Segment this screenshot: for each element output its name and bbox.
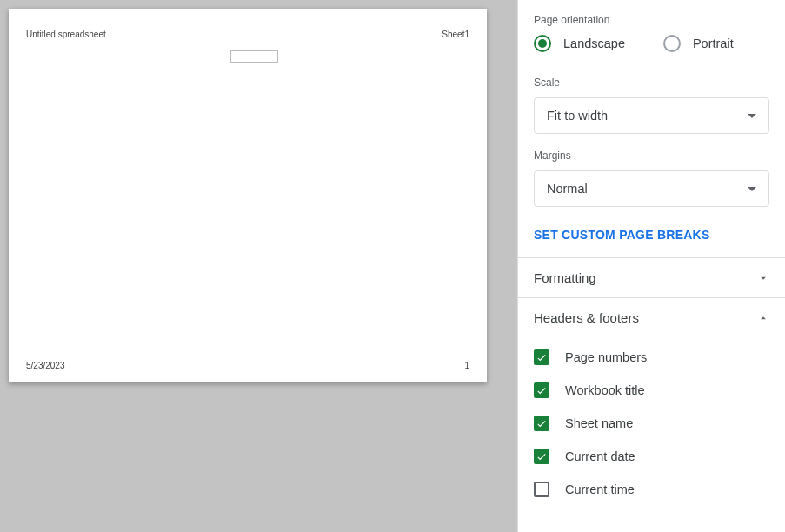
current-date-option[interactable]: Current date	[534, 440, 769, 473]
orientation-portrait-label: Portrait	[693, 37, 734, 50]
margins-label: Margins	[534, 150, 769, 162]
checkbox-icon	[534, 382, 549, 398]
headers-footers-label: Headers & footers	[534, 310, 639, 325]
page-preview: Untitled spreadsheet Sheet1 5/23/2023 1	[9, 9, 487, 382]
margins-select-value: Normal	[547, 182, 588, 196]
print-settings-panel: Page orientation Landscape Portrait Scal…	[517, 0, 785, 532]
footer-date-text: 5/23/2023	[26, 361, 65, 370]
print-preview-pane: Untitled spreadsheet Sheet1 5/23/2023 1	[0, 0, 517, 532]
scale-label: Scale	[534, 76, 769, 89]
checkbox-icon	[534, 416, 549, 431]
page-numbers-option[interactable]: Page numbers	[534, 341, 769, 374]
radio-icon	[534, 35, 551, 52]
headers-footers-options: Page numbers Workbook title Sheet name C…	[518, 337, 785, 515]
page-numbers-label: Page numbers	[565, 350, 647, 364]
formatting-label: Formatting	[534, 270, 596, 285]
set-custom-page-breaks-button[interactable]: SET CUSTOM PAGE BREAKS	[518, 216, 785, 257]
footer-page-number-text: 1	[464, 361, 469, 370]
scale-select-value: Fit to width	[547, 109, 608, 123]
orientation-radio-group: Landscape Portrait	[534, 35, 769, 52]
chevron-up-icon	[757, 312, 769, 324]
checkbox-icon	[534, 449, 549, 464]
sheet-name-text: Sheet1	[442, 30, 469, 39]
margins-select[interactable]: Normal	[534, 170, 769, 207]
workbook-title-text: Untitled spreadsheet	[26, 30, 106, 39]
headers-footers-accordion[interactable]: Headers & footers	[518, 298, 785, 337]
checkbox-icon	[534, 482, 549, 497]
page-header: Untitled spreadsheet Sheet1	[26, 30, 469, 39]
orientation-section: Page orientation Landscape Portrait	[518, 7, 785, 70]
current-date-label: Current date	[565, 449, 635, 463]
chevron-down-icon	[757, 272, 769, 284]
cell-outline	[230, 50, 278, 63]
orientation-label: Page orientation	[534, 14, 769, 26]
current-time-option[interactable]: Current time	[534, 473, 769, 506]
margins-section: Margins Normal	[518, 143, 785, 216]
sheet-name-option[interactable]: Sheet name	[534, 407, 769, 440]
checkbox-icon	[534, 349, 549, 365]
scale-section: Scale Fit to width	[518, 70, 785, 143]
page-footer: 5/23/2023 1	[26, 361, 469, 370]
sheet-name-label: Sheet name	[565, 416, 633, 430]
orientation-landscape-option[interactable]: Landscape	[534, 35, 625, 52]
caret-down-icon	[748, 114, 756, 118]
workbook-title-label: Workbook title	[565, 383, 645, 397]
radio-icon	[663, 35, 681, 52]
orientation-portrait-option[interactable]: Portrait	[663, 35, 734, 52]
current-time-label: Current time	[565, 482, 635, 496]
workbook-title-option[interactable]: Workbook title	[534, 374, 769, 407]
caret-down-icon	[748, 187, 756, 191]
orientation-landscape-label: Landscape	[563, 37, 625, 50]
scale-select[interactable]: Fit to width	[534, 97, 769, 134]
formatting-accordion[interactable]: Formatting	[518, 258, 785, 297]
